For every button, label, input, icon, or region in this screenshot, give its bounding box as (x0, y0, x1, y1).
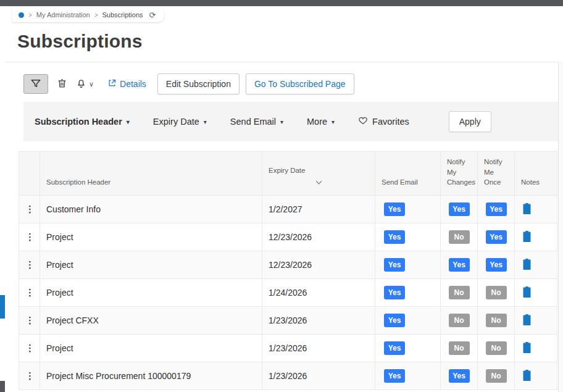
notifications-dropdown[interactable]: ∨ (76, 77, 94, 91)
status-badge: No (449, 314, 470, 327)
caret-down-icon: ▾ (332, 119, 335, 125)
notes-icon[interactable] (522, 203, 532, 214)
cell-subscription-header: Customer Info (40, 196, 262, 223)
status-badge: Yes (486, 202, 507, 216)
filter-label: Send Email (230, 117, 276, 127)
cell-notes (515, 223, 557, 251)
cell-row-menu: ⋮ (19, 307, 40, 335)
cell-notify-me-once: No (478, 307, 515, 335)
row-menu-icon[interactable]: ⋮ (25, 259, 35, 270)
filter-dropdown-expiry-date[interactable]: Expiry Date▾ (153, 117, 207, 127)
column-notify-my-changes[interactable]: Notify My Changes (441, 152, 478, 196)
table-row[interactable]: ⋮Project12/23/2026YesYesYes (19, 251, 557, 279)
edit-subscription-button[interactable]: Edit Subscription (157, 73, 240, 94)
details-icon (107, 78, 117, 90)
row-menu-icon[interactable]: ⋮ (25, 315, 35, 325)
heart-icon (358, 116, 368, 127)
breadcrumb-separator-icon: > (94, 12, 98, 19)
notes-icon[interactable] (522, 259, 532, 270)
breadcrumb-separator-icon: > (28, 12, 32, 19)
notes-icon[interactable] (522, 286, 532, 298)
vertical-scrollbar[interactable] (558, 62, 563, 392)
row-menu-icon[interactable]: ⋮ (25, 287, 35, 298)
cell-row-menu: ⋮ (19, 251, 40, 279)
cell-send-email: Yes (375, 307, 441, 335)
funnel-icon (30, 78, 41, 91)
filter-dropdown-more[interactable]: More▾ (307, 117, 335, 127)
apply-button[interactable]: Apply (449, 111, 491, 132)
cell-row-menu: ⋮ (19, 335, 40, 362)
status-badge: No (486, 369, 507, 383)
cell-notify-my-changes: Yes (441, 362, 478, 390)
filter-toggle-button[interactable] (23, 74, 48, 94)
page-title: Subscriptions (17, 31, 558, 52)
table-header-row: Subscription Header Expiry Date Send Ema… (19, 152, 557, 196)
status-badge: Yes (384, 341, 405, 355)
cell-notify-me-once: Yes (478, 196, 515, 223)
status-badge: Yes (486, 258, 507, 272)
cell-notes (515, 279, 557, 307)
cell-row-menu: ⋮ (19, 223, 40, 251)
row-menu-icon[interactable]: ⋮ (25, 204, 35, 214)
cell-notify-me-once: Yes (478, 223, 515, 251)
cell-expiry-date: 1/23/2026 (262, 335, 375, 362)
table-row[interactable]: ⋮Customer Info1/2/2027YesYesYes (19, 196, 557, 223)
caret-down-icon: ▾ (204, 119, 207, 125)
column-label: Send Email (382, 178, 418, 186)
column-notes[interactable]: Notes (515, 152, 557, 196)
table-row[interactable]: ⋮Project1/24/2026YesNoNo (19, 279, 557, 307)
trash-icon (57, 77, 67, 91)
cell-send-email: Yes (375, 362, 441, 390)
left-rail-active-indicator[interactable] (0, 295, 5, 319)
notes-icon[interactable] (522, 370, 532, 381)
cell-notify-my-changes: No (441, 279, 478, 307)
breadcrumb-item-my-administration[interactable]: My Administration (36, 11, 90, 19)
status-badge: Yes (486, 230, 507, 244)
left-rail (0, 6, 5, 392)
sort-descending-icon[interactable] (315, 177, 369, 188)
notes-icon[interactable] (522, 231, 532, 242)
status-badge: Yes (384, 314, 405, 327)
bell-icon (76, 77, 86, 91)
cell-notify-me-once: No (478, 362, 515, 390)
notes-icon[interactable] (522, 314, 532, 325)
row-menu-icon[interactable]: ⋮ (25, 370, 35, 381)
delete-button[interactable] (57, 77, 67, 91)
app-home-dot-icon[interactable] (19, 12, 24, 18)
breadcrumb-item-subscriptions[interactable]: Subscriptions (102, 11, 143, 19)
table-row[interactable]: ⋮Project Misc Procurement 1000001791/23/… (19, 362, 557, 390)
status-badge: No (486, 286, 507, 299)
table-row[interactable]: ⋮Project1/23/2026YesNoNo (19, 335, 557, 362)
cell-subscription-header: Project CFXX (40, 307, 262, 335)
notes-icon[interactable] (522, 342, 532, 353)
filter-label: More (307, 117, 327, 127)
cell-send-email: Yes (375, 251, 441, 279)
cell-row-menu: ⋮ (19, 362, 40, 390)
column-send-email[interactable]: Send Email (375, 152, 441, 196)
column-notify-me-once[interactable]: Notify Me Once (478, 152, 515, 196)
cell-expiry-date: 1/23/2026 (262, 307, 375, 335)
row-menu-icon[interactable]: ⋮ (25, 343, 35, 353)
cell-expiry-date: 1/2/2027 (262, 196, 375, 223)
details-button[interactable]: Details (107, 78, 146, 90)
cell-send-email: Yes (375, 335, 441, 362)
top-dark-bar (0, 0, 563, 6)
status-badge: Yes (449, 258, 470, 272)
filter-dropdown-send-email[interactable]: Send Email▾ (230, 117, 283, 127)
favorites-button[interactable]: Favorites (358, 116, 409, 127)
column-subscription-header[interactable]: Subscription Header (40, 152, 262, 196)
table-row[interactable]: ⋮Project CFXX1/23/2026YesNoNo (19, 307, 557, 335)
cell-notes (515, 196, 557, 223)
table-body: ⋮Customer Info1/2/2027YesYesYes⋮Project1… (19, 196, 557, 390)
column-label: Expiry Date (269, 167, 305, 174)
filter-dropdown-subscription-header[interactable]: Subscription Header▾ (35, 117, 130, 127)
column-expiry-date[interactable]: Expiry Date (262, 152, 375, 196)
table-row[interactable]: ⋮Project12/23/2026YesNoYes (19, 223, 557, 251)
breadcrumb: > My Administration > Subscriptions ⟳ (5, 6, 558, 23)
status-badge: Yes (384, 369, 405, 383)
row-menu-icon[interactable]: ⋮ (25, 231, 35, 242)
go-to-subscribed-page-button[interactable]: Go To Subscribed Page (246, 73, 354, 94)
refresh-icon[interactable]: ⟳ (149, 10, 156, 20)
column-label: Notify Me Once (484, 158, 502, 186)
status-badge: Yes (384, 202, 405, 216)
